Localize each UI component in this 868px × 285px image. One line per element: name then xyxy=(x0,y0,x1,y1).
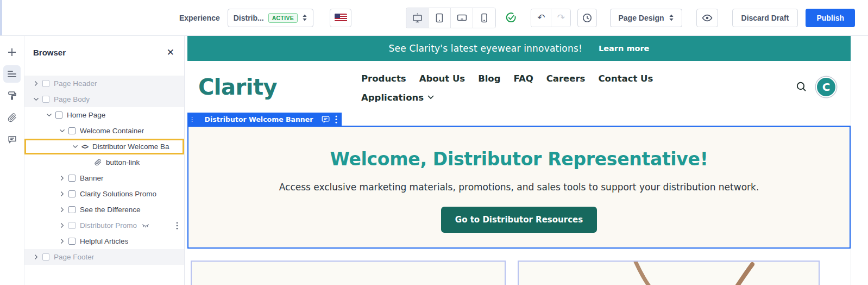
desktop-icon xyxy=(412,13,423,23)
plus-icon xyxy=(7,47,17,57)
announcement-learn-more-link[interactable]: Learn more xyxy=(599,44,649,53)
experience-select[interactable]: Distrib... ACTIVE xyxy=(228,9,313,27)
tree-item-banner[interactable]: Banner xyxy=(24,170,184,186)
promo-component-with-image[interactable] xyxy=(518,261,820,285)
checkbox-icon xyxy=(68,190,76,197)
tree-item-page-header[interactable]: Page Header xyxy=(24,76,184,91)
nav-item-applications[interactable]: Applications xyxy=(361,92,796,103)
site-header: Clarity ProductsAbout UsBlogFAQCareersCo… xyxy=(187,61,851,113)
chevron-right-icon[interactable] xyxy=(58,238,66,244)
chevron-right-icon[interactable] xyxy=(32,254,40,260)
tree-item-button-link[interactable]: button-link xyxy=(24,154,184,170)
tree-item-welcome-container[interactable]: Welcome Container xyxy=(24,123,184,139)
chevron-down-icon[interactable] xyxy=(32,96,40,102)
builder-toolbar: Experience Distrib... ACTIVE ↶ ↷ Page De… xyxy=(0,0,868,36)
chevron-down-icon[interactable] xyxy=(71,144,79,150)
tablet-icon xyxy=(435,13,444,23)
tree-item-page-body[interactable]: Page Body xyxy=(24,91,184,107)
chevron-right-icon[interactable] xyxy=(32,80,40,86)
undo-button[interactable]: ↶ xyxy=(531,9,551,27)
component-tag[interactable]: ⋮ Distributor Welcome Banner xyxy=(187,113,342,126)
tree-item-helpful-articles[interactable]: Helpful Articles xyxy=(24,233,184,249)
nav-item-careers[interactable]: Careers xyxy=(546,73,586,84)
nav-item-contact-us[interactable]: Contact Us xyxy=(598,73,653,84)
announcement-text: See Clarity's latest eyewear innovations… xyxy=(389,43,582,54)
nav-item-blog[interactable]: Blog xyxy=(478,73,500,84)
nav-list: ProductsAbout UsBlogFAQCareersContact Us xyxy=(361,73,796,84)
updown-icon xyxy=(669,14,674,21)
account-avatar[interactable]: C xyxy=(816,77,836,97)
welcome-banner: Welcome, Distributor Representative! Acc… xyxy=(187,126,851,249)
tree-item-clarity-solutions-promo[interactable]: Clarity Solutions Promo xyxy=(24,186,184,202)
nav-item-faq[interactable]: FAQ xyxy=(514,73,533,84)
checkbox-icon xyxy=(68,175,76,182)
us-flag-icon xyxy=(335,14,347,22)
tree-item-see-the-difference[interactable]: See the Difference xyxy=(24,202,184,218)
distributor-welcome-banner-component: ⋮ Distributor Welcome Banner Welcome, Di… xyxy=(187,126,851,249)
comments-button[interactable] xyxy=(3,131,21,148)
styles-button[interactable] xyxy=(3,87,21,104)
drag-handle-icon[interactable]: ⋮ xyxy=(187,116,196,123)
history-button[interactable] xyxy=(577,9,597,27)
phone-icon xyxy=(481,13,488,23)
add-component-button[interactable] xyxy=(3,44,21,61)
checkbox-icon xyxy=(68,238,76,245)
comment-bubble-icon[interactable] xyxy=(322,116,330,123)
page-design-select[interactable]: Page Design xyxy=(610,9,682,27)
chevron-down-icon[interactable] xyxy=(58,128,66,134)
updown-icon xyxy=(302,14,307,21)
checkbox-icon xyxy=(55,111,62,119)
search-icon[interactable] xyxy=(796,81,807,92)
preview-button[interactable] xyxy=(696,9,718,27)
close-icon[interactable]: ✕ xyxy=(167,48,174,57)
distributor-resources-button[interactable]: Go to Distributor Resources xyxy=(441,207,597,233)
nav-item-about-us[interactable]: About Us xyxy=(419,73,466,84)
tree-item-distributor-welcome-ba[interactable]: <>Distributor Welcome Ba xyxy=(24,139,184,154)
tree-item-label: Helpful Articles xyxy=(80,237,128,245)
tree-item-home-page[interactable]: Home Page xyxy=(24,107,184,123)
nav-applications-label: Applications xyxy=(361,92,424,103)
tree-item-page-footer[interactable]: Page Footer xyxy=(24,249,184,265)
experience-value: Distrib... xyxy=(234,14,264,22)
active-badge: ACTIVE xyxy=(268,13,298,23)
welcome-heading: Welcome, Distributor Representative! xyxy=(188,148,850,170)
page-canvas: See Clarity's latest eyewear innovations… xyxy=(187,36,851,285)
site-nav: ProductsAbout UsBlogFAQCareersContact Us… xyxy=(361,71,796,103)
device-desktop-button[interactable] xyxy=(406,8,429,28)
locale-button[interactable] xyxy=(330,9,351,27)
chevron-right-icon[interactable] xyxy=(58,175,66,181)
chevron-right-icon[interactable] xyxy=(58,222,66,228)
discard-draft-button[interactable]: Discard Draft xyxy=(732,9,798,27)
kebab-menu-icon[interactable] xyxy=(335,115,337,123)
chevron-down-icon[interactable] xyxy=(45,112,53,118)
banner-component-placeholder[interactable] xyxy=(191,261,506,285)
tree-item-distributor-promo[interactable]: Distributor Promo xyxy=(24,218,184,233)
nav-item-products[interactable]: Products xyxy=(361,73,406,84)
chevron-right-icon[interactable] xyxy=(58,207,66,213)
browser-panel: Browser ✕ Page HeaderPage BodyHome PageW… xyxy=(24,36,185,285)
publish-button[interactable]: Publish xyxy=(806,9,855,27)
checkbox-icon xyxy=(68,127,76,134)
chevron-right-icon[interactable] xyxy=(58,191,66,197)
checkbox-icon xyxy=(68,206,76,213)
welcome-body-text: Access exclusive marketing materials, pr… xyxy=(188,182,850,193)
redo-button[interactable]: ↷ xyxy=(551,9,570,27)
panel-title: Browser xyxy=(33,48,66,57)
device-switcher xyxy=(406,8,496,28)
code-component-icon: <> xyxy=(81,143,88,151)
tablet-landscape-icon xyxy=(457,14,467,22)
lower-components xyxy=(187,261,851,285)
undo-redo-group: ↶ ↷ xyxy=(531,9,571,27)
kebab-menu-icon[interactable] xyxy=(176,222,178,230)
checkbox-icon xyxy=(42,96,49,103)
device-tablet-button[interactable] xyxy=(429,8,451,28)
attachments-button[interactable] xyxy=(3,109,21,126)
tree-item-label: button-link xyxy=(106,158,140,166)
site-logo[interactable]: Clarity xyxy=(198,75,361,100)
device-phone-button[interactable] xyxy=(473,8,495,28)
undo-icon: ↶ xyxy=(537,13,545,22)
device-landscape-button[interactable] xyxy=(451,8,473,28)
layers-browser-button[interactable] xyxy=(3,65,21,83)
tree-item-label: Home Page xyxy=(67,111,105,119)
component-tag-label: Distributor Welcome Banner xyxy=(196,115,322,123)
